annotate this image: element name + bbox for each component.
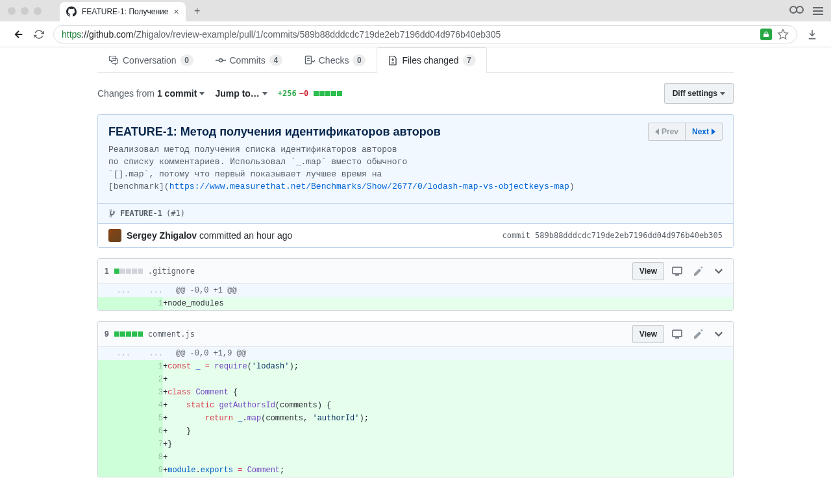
display-mode-icon[interactable] bbox=[668, 327, 686, 341]
next-commit-button[interactable]: Next bbox=[685, 123, 723, 141]
chevron-right-icon bbox=[712, 128, 715, 135]
file-diff-icon bbox=[388, 55, 398, 66]
address-bar: https://github.com/Zhigalov/review-examp… bbox=[0, 21, 831, 47]
tab-files-count: 7 bbox=[463, 54, 476, 66]
lock-icon bbox=[760, 29, 772, 40]
diff-line: 5 + return _.map(comments, 'authorId'); bbox=[98, 412, 733, 425]
svg-rect-3 bbox=[813, 10, 823, 12]
display-mode-icon[interactable] bbox=[668, 264, 686, 278]
branch-suffix: (#1) bbox=[166, 209, 185, 218]
traffic-max[interactable] bbox=[34, 7, 42, 15]
diff-line: 8 + bbox=[98, 451, 733, 464]
commit-author-line: Sergey Zhigalov committed an hour ago bbox=[127, 230, 292, 241]
tab-files-changed[interactable]: Files changed 7 bbox=[377, 47, 486, 73]
tab-commits-label: Commits bbox=[230, 55, 266, 66]
reload-button[interactable] bbox=[34, 29, 44, 40]
traffic-min[interactable] bbox=[21, 7, 29, 15]
diff-line: 1 +const _ = require('lodash'); bbox=[98, 360, 733, 373]
svg-point-1 bbox=[797, 6, 803, 13]
tab-conversation-label: Conversation bbox=[123, 55, 177, 66]
svg-point-6 bbox=[219, 59, 222, 62]
commit-sha: commit 589b88dddcdc719de2eb7196dd04d976b… bbox=[502, 231, 723, 240]
traffic-lights bbox=[8, 7, 42, 15]
file-name[interactable]: comment.js bbox=[148, 330, 195, 339]
svg-rect-4 bbox=[813, 14, 823, 15]
diff-line: 2 + bbox=[98, 373, 733, 386]
dropdown-caret-icon bbox=[262, 92, 267, 95]
changes-from-menu[interactable]: Changes from 1 commit bbox=[97, 88, 205, 99]
tab-checks-count: 0 bbox=[353, 54, 366, 66]
browser-chrome: FEATURE-1: Получение × + bbox=[0, 0, 831, 21]
file-header: 9 comment.js View bbox=[98, 322, 733, 347]
dropdown-caret-icon bbox=[199, 92, 205, 95]
benchmark-link[interactable]: https://www.measurethat.net/Benchmarks/S… bbox=[169, 182, 569, 191]
menu-icon[interactable] bbox=[813, 6, 823, 16]
browser-chrome-right bbox=[789, 6, 823, 16]
diff-table: ... ... @@ -0,0 +1,9 @@ 1 +const _ = req… bbox=[98, 347, 733, 477]
url-text: https://github.com/Zhigalov/review-examp… bbox=[62, 29, 755, 40]
commit-branches: FEATURE-1 (#1) bbox=[98, 203, 733, 223]
file-header: 1 .gitignore View bbox=[98, 259, 733, 284]
pr-toolbar: Changes from 1 commit Jump to… +256 −0 D… bbox=[97, 73, 734, 114]
back-button[interactable] bbox=[13, 29, 25, 40]
author-avatar[interactable] bbox=[108, 229, 121, 242]
bookmark-star-icon[interactable] bbox=[777, 29, 789, 40]
dropdown-caret-icon bbox=[720, 92, 725, 95]
view-file-button[interactable]: View bbox=[632, 325, 664, 343]
branch-name: FEATURE-1 bbox=[120, 209, 162, 218]
tab-close-icon[interactable]: × bbox=[173, 6, 179, 17]
file: 1 .gitignore View ... ... @@ -0,0 +1 @@ bbox=[97, 258, 734, 311]
svg-rect-8 bbox=[673, 267, 682, 274]
diff-line: 1 +node_modules bbox=[98, 297, 733, 310]
file-diffstat: 9 bbox=[105, 330, 143, 339]
git-commit-icon bbox=[216, 55, 226, 66]
commit-box: FEATURE-1: Метод получения идентификатор… bbox=[97, 114, 734, 248]
diff-line: 6 + } bbox=[98, 425, 733, 438]
incognito-icon bbox=[789, 6, 804, 16]
diffstat-blocks bbox=[314, 91, 342, 96]
edit-file-icon[interactable] bbox=[690, 264, 707, 278]
commit-description: Реализовал метод получения списка иденти… bbox=[108, 144, 723, 193]
commit-title: FEATURE-1: Метод получения идентификатор… bbox=[108, 125, 723, 139]
tab-files-label: Files changed bbox=[402, 55, 458, 66]
commit-meta: Sergey Zhigalov committed an hour ago co… bbox=[98, 223, 733, 247]
pr-tabnav: Conversation 0 Commits 4 Checks 0 Files … bbox=[97, 47, 734, 73]
edit-file-icon[interactable] bbox=[690, 327, 707, 341]
url-box[interactable]: https://github.com/Zhigalov/review-examp… bbox=[53, 25, 797, 43]
hunk-header: ... ... @@ -0,0 +1 @@ bbox=[98, 284, 733, 297]
diff-line: 7 +} bbox=[98, 438, 733, 451]
browser-tab-active[interactable]: FEATURE-1: Получение × bbox=[60, 2, 186, 21]
diff-line: 3 +class Comment { bbox=[98, 386, 733, 399]
commit-nav: Prev Next bbox=[648, 123, 723, 141]
pr-tabs: Conversation 0 Commits 4 Checks 0 Files … bbox=[97, 47, 734, 73]
tab-checks-label: Checks bbox=[319, 55, 349, 66]
traffic-close[interactable] bbox=[8, 7, 16, 15]
file-diffstat: 1 bbox=[105, 267, 143, 276]
tab-commits-count: 4 bbox=[269, 54, 282, 66]
hunk-header: ... ... @@ -0,0 +1,9 @@ bbox=[98, 347, 733, 360]
comment-discussion-icon bbox=[108, 55, 119, 66]
browser-tab-title: FEATURE-1: Получение bbox=[82, 7, 168, 16]
svg-point-0 bbox=[790, 6, 797, 13]
jump-to-menu[interactable]: Jump to… bbox=[215, 88, 267, 99]
tab-conversation-count: 0 bbox=[180, 54, 193, 66]
expand-file-icon[interactable] bbox=[711, 266, 726, 276]
files-container: 1 .gitignore View ... ... @@ -0,0 +1 @@ bbox=[97, 258, 734, 477]
diff-settings-button[interactable]: Diff settings bbox=[664, 83, 734, 104]
checklist-icon bbox=[304, 55, 315, 66]
download-icon[interactable] bbox=[806, 29, 818, 40]
diffstat-summary: +256 −0 bbox=[278, 89, 342, 98]
new-tab-button[interactable]: + bbox=[190, 3, 205, 19]
prev-commit-button[interactable]: Prev bbox=[648, 123, 686, 141]
page-content: Conversation 0 Commits 4 Checks 0 Files … bbox=[97, 47, 734, 477]
diff-line: 9 +module.exports = Comment; bbox=[98, 464, 733, 477]
file: 9 comment.js View ... ... @@ -0,0 +1,9 @… bbox=[97, 321, 734, 477]
view-file-button[interactable]: View bbox=[632, 262, 664, 280]
tab-conversation[interactable]: Conversation 0 bbox=[97, 47, 205, 73]
tab-checks[interactable]: Checks 0 bbox=[293, 47, 377, 73]
expand-file-icon[interactable] bbox=[711, 329, 726, 339]
file-name[interactable]: .gitignore bbox=[148, 267, 195, 276]
tab-commits[interactable]: Commits 4 bbox=[205, 47, 293, 73]
svg-rect-2 bbox=[813, 7, 823, 8]
tab-bar: FEATURE-1: Получение × + bbox=[60, 0, 205, 21]
